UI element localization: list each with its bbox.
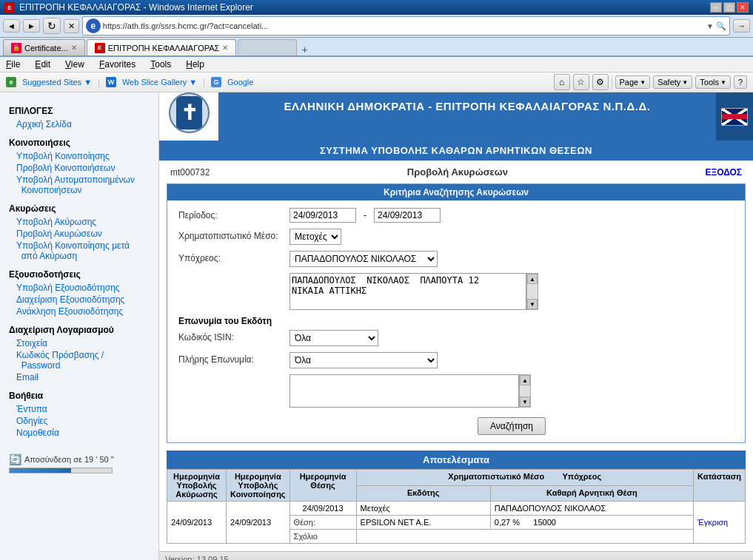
menu-view[interactable]: View	[62, 58, 87, 71]
close-button[interactable]: ✕	[737, 2, 749, 13]
th-ekdotis: Εκδότης	[356, 485, 490, 502]
address-textarea[interactable]: ΠΑΠΑΔΟΠΟΥΛΟΣ ΝΙΚΟΛΑΟΣ ΠΛΑΠΟΥΤΑ 12 ΝΙΚΑΙΑ…	[290, 273, 526, 310]
sidebar-main-title: ΕΠΙΛΟΓΕΣ	[9, 106, 150, 116]
menu-tools[interactable]: Tools	[147, 58, 174, 71]
sidebar-link-ypoboli-auto[interactable]: Υποβολή Αυτοματοποιημένων Κοινοποιήσεων	[9, 174, 150, 196]
suggested-sites-link[interactable]: Suggested Sites ▼	[22, 78, 92, 87]
address-spacer	[178, 273, 282, 275]
tab-epitropi[interactable]: Ε ΕΠΙΤΡΟΠΗ ΚΕΦΑΛΑΙΑΓΟΡΑΣ ✕	[87, 39, 237, 55]
star-button[interactable]: ☆	[573, 74, 589, 90]
progress-bar-fill	[10, 468, 71, 473]
th-katastasi: Κατάσταση	[694, 470, 746, 502]
minimize-button[interactable]: ─	[710, 2, 722, 13]
date-from-input[interactable]	[290, 208, 356, 223]
eponymia-scroll-down[interactable]: ▼	[520, 397, 530, 407]
page-dropdown[interactable]: Page ▼	[615, 75, 651, 89]
eponymia-scroll-up[interactable]: ▲	[520, 375, 530, 385]
isin-select[interactable]: Όλα	[290, 330, 378, 346]
home-button[interactable]: ⌂	[554, 74, 570, 90]
xrima-select[interactable]: Μετοχές	[290, 229, 341, 245]
sidebar-link-anaklisi-exou[interactable]: Ανάκληση Εξουσιοδότησης	[9, 306, 150, 317]
results-table-body: 24/09/2013 24/09/2013 24/09/2013 Μετοχές…	[167, 502, 746, 544]
isin-row: Κωδικός ISIN: Όλα	[178, 330, 734, 346]
search-button[interactable]: Αναζήτηση	[478, 417, 546, 435]
eponymia-select[interactable]: Όλα	[290, 352, 438, 368]
stop-button[interactable]: ✕	[64, 19, 79, 33]
sidebar-link-nomothesia[interactable]: Νομοθεσία	[9, 427, 150, 439]
th-hm-akyr: ΗμερομηνίαΥποβολήςΑκύρωσης	[167, 470, 227, 502]
web-slice-link[interactable]: Web Slice Gallery ▼	[122, 78, 197, 87]
dropdown-arrow-icon[interactable]: ▼	[706, 22, 714, 30]
scroll-down-button[interactable]: ▼	[527, 299, 538, 309]
ypoxreos-select[interactable]: ΠΑΠΑΔΟΠΟΥΛΟΣ ΝΙΚΟΛΑΟΣ	[290, 251, 438, 267]
address-text: https://ath.tls.gr/ssrs.hcmc.gr/?act=can…	[103, 21, 706, 30]
scroll-track[interactable]	[527, 284, 538, 299]
new-tab-button[interactable]: +	[298, 44, 310, 55]
cert-tab-icon: 🔒	[11, 43, 21, 53]
sidebar-link-odigies[interactable]: Οδηγίες	[9, 415, 150, 427]
sidebar-home-link[interactable]: Αρχική Σελίδα	[9, 118, 150, 130]
eponymia-textarea[interactable]	[290, 374, 519, 408]
tools-dropdown[interactable]: Tools ▼	[695, 75, 731, 89]
help-dropdown[interactable]: ?	[734, 75, 747, 89]
go-button[interactable]: →	[733, 19, 750, 33]
search-criteria-section: Κριτήρια Αναζήτησης Ακυρώσεων Περίοδος: …	[167, 183, 746, 443]
period-label: Περίοδος:	[178, 208, 282, 220]
google-label: Google	[227, 78, 253, 87]
menu-help[interactable]: Help	[183, 58, 207, 71]
period-row: Περίοδος: -	[178, 208, 734, 223]
sidebar-link-koin-meta-akyr[interactable]: Υποβολή Κοινοποίησης μετά από Ακύρωση	[9, 240, 150, 262]
tab-epitropi-close[interactable]: ✕	[222, 44, 228, 52]
sidebar-link-ypoboli-exou[interactable]: Υποβολή Εξουσιοδότησης	[9, 282, 150, 294]
title-bar-icon: Ε	[4, 2, 15, 13]
restore-button[interactable]: ◻	[723, 2, 735, 13]
scroll-up-button[interactable]: ▲	[527, 274, 538, 284]
eponymia-row: Πλήρης Επωνυμία: Όλα	[178, 352, 734, 368]
suggested-sites-label: Suggested Sites ▼	[22, 78, 92, 87]
address-bar[interactable]: e https://ath.tls.gr/ssrs.hcmc.gr/?act=c…	[82, 16, 730, 36]
tab-certificate[interactable]: 🔒 Certificate... ✕	[3, 39, 85, 55]
logo-area: ✝	[159, 92, 218, 141]
eponymia-label: Πλήρης Επωνυμία:	[178, 352, 282, 365]
date-to-input[interactable]	[374, 208, 441, 223]
uk-flag-icon[interactable]	[721, 108, 748, 126]
sidebar-link-diax-exou[interactable]: Διαχείριση Εξουσιοδότησης	[9, 294, 150, 306]
sidebar-link-provoli-akyr[interactable]: Προβολή Ακυρώσεων	[9, 228, 150, 240]
greek-logo-circle: ✝	[169, 92, 210, 133]
title-bar-controls[interactable]: ─ ◻ ✕	[710, 2, 749, 13]
sidebar-bottom: 🔄 Αποσύνδεση σε 19 ' 50 "	[9, 453, 150, 473]
sidebar-section-diaxeirisi: Διαχείριση Λογαριασμού	[9, 325, 150, 335]
forward-button[interactable]: ►	[23, 19, 40, 33]
katastasi-link[interactable]: Έγκριση	[697, 518, 728, 527]
sidebar-link-ypoboli-akyr[interactable]: Υποβολή Ακύρωσης	[9, 216, 150, 228]
menu-favorites[interactable]: Favorites	[96, 58, 138, 71]
isin-label: Κωδικός ISIN:	[178, 330, 282, 343]
address-scrollbar[interactable]: ▲ ▼	[526, 273, 538, 310]
tab-empty	[238, 39, 297, 55]
th-hm-thes: Ημερομηνία Θέσης	[290, 470, 356, 502]
sidebar-link-email[interactable]: Email	[9, 371, 150, 383]
menu-file[interactable]: File	[3, 58, 23, 71]
tab-certificate-close[interactable]: ✕	[71, 44, 77, 52]
eponymia-scrollbar[interactable]: ▲ ▼	[519, 374, 531, 408]
tab-bar: 🔒 Certificate... ✕ Ε ΕΠΙΤΡΟΠΗ ΚΕΦΑΛΑΙΑΓΟ…	[0, 38, 753, 57]
sidebar-link-password[interactable]: Κωδικός Πρόσβασης / Password	[9, 349, 150, 371]
eponymia-scroll-track[interactable]	[520, 385, 530, 397]
menu-edit[interactable]: Edit	[32, 58, 53, 71]
exit-button[interactable]: ΕΞΟΔΟΣ	[705, 167, 742, 178]
back-button[interactable]: ◄	[3, 19, 20, 33]
refresh-button[interactable]: ↻	[43, 18, 61, 34]
safety-dropdown[interactable]: Safety ▼	[653, 75, 692, 89]
tab-epitropi-label: ΕΠΙΤΡΟΠΗ ΚΕΦΑΛΑΙΑΓΟΡΑΣ	[108, 44, 220, 53]
search-icon[interactable]: 🔍	[716, 21, 726, 31]
sidebar-link-provoli-koin[interactable]: Προβολή Κοινοποιήσεων	[9, 162, 150, 174]
sidebar-link-stoixeia[interactable]: Στοιχεία	[9, 337, 150, 349]
progress-bar-container	[9, 468, 113, 473]
sidebar-link-entypa[interactable]: Έντυπα	[9, 403, 150, 415]
cell-sxolio-val	[356, 530, 693, 544]
cell-ekdotis: EPSILON NET A.E.	[356, 516, 490, 530]
google-link[interactable]: Google	[227, 78, 253, 87]
th-kathara: Καθαρή Αρνητική Θέση	[490, 485, 693, 502]
sidebar-link-ypoboli-koin[interactable]: Υποβολή Κοινοποίησης	[9, 150, 150, 162]
gear-button[interactable]: ⚙	[592, 74, 609, 90]
